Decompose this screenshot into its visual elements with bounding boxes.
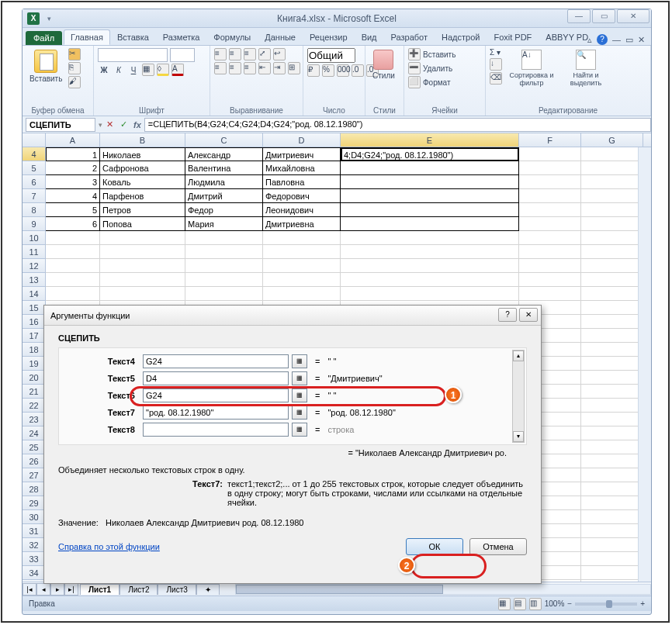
clear-icon[interactable]: ⌫ <box>490 72 502 85</box>
cell[interactable] <box>581 189 643 203</box>
row-header[interactable]: 8 <box>23 203 46 217</box>
align-center-icon[interactable]: ≡ <box>229 62 241 74</box>
sheet-nav-prev[interactable]: ◂ <box>36 583 50 596</box>
sheet-nav-first[interactable]: |◂ <box>23 583 36 596</box>
cell[interactable]: Федорович <box>263 189 341 203</box>
cell[interactable] <box>46 259 100 273</box>
formula-input[interactable]: =СЦЕПИТЬ(B4;G24;C4;G24;D4;G24;"род. 08.1… <box>144 118 651 132</box>
arg-input[interactable] <box>143 354 289 368</box>
cell[interactable] <box>519 217 581 231</box>
currency-icon[interactable]: ₽ <box>307 64 320 77</box>
autosum-icon[interactable]: Σ <box>490 48 494 57</box>
row-header[interactable]: 16 <box>23 315 46 329</box>
zoom-in-button[interactable]: + <box>640 599 645 608</box>
cell[interactable] <box>581 273 643 287</box>
arg-input[interactable] <box>143 406 289 420</box>
row-header[interactable]: 32 <box>23 538 46 552</box>
cell[interactable]: Петров <box>100 203 185 217</box>
cell[interactable]: 4;D4;G24;"род. 08.12.1980") <box>341 147 519 161</box>
dialog-help-button[interactable]: ? <box>498 308 517 322</box>
row-header[interactable]: 7 <box>23 189 46 203</box>
row-header[interactable]: 31 <box>23 524 46 538</box>
ok-button[interactable]: ОК <box>406 538 463 555</box>
sheet-nav-next[interactable]: ▸ <box>50 583 64 596</box>
arg-input[interactable] <box>143 388 289 402</box>
col-header-b[interactable]: B <box>100 133 185 147</box>
cell[interactable] <box>341 161 519 175</box>
range-select-button[interactable]: ▦ <box>292 354 307 368</box>
fx-icon[interactable]: fx <box>133 120 141 129</box>
indent-inc-icon[interactable]: ⇥ <box>273 62 286 74</box>
horizontal-scrollbar[interactable] <box>235 584 651 595</box>
bold-button[interactable]: Ж <box>98 66 110 74</box>
view-normal-icon[interactable]: ▦ <box>498 598 511 610</box>
format-painter-icon[interactable]: 🖌 <box>68 76 81 88</box>
merge-icon[interactable]: ⊞ <box>288 62 300 74</box>
row-header[interactable]: 12 <box>23 259 46 273</box>
row-header[interactable]: 29 <box>23 496 46 510</box>
range-select-button[interactable]: ▦ <box>292 388 307 402</box>
cell[interactable] <box>519 231 581 245</box>
cell[interactable]: Коваль <box>100 175 185 189</box>
cell[interactable] <box>46 287 100 301</box>
row-header[interactable]: 30 <box>23 510 46 524</box>
align-left-icon[interactable]: ≡ <box>214 62 227 74</box>
cell[interactable] <box>581 413 643 426</box>
delete-cells-icon[interactable]: ➖ <box>408 62 421 74</box>
minimize-button[interactable]: — <box>567 9 591 23</box>
cell[interactable]: 3 <box>46 175 100 189</box>
cell[interactable]: 2 <box>46 161 100 175</box>
cell[interactable] <box>341 287 519 301</box>
ribbon-minimize-icon[interactable]: ▵ <box>587 35 592 45</box>
col-header-f[interactable]: F <box>519 133 581 147</box>
number-format-dropdown[interactable] <box>307 48 355 63</box>
cut-icon[interactable]: ✂ <box>68 48 81 60</box>
tab-review[interactable]: Рецензир <box>303 29 355 45</box>
row-header[interactable]: 23 <box>23 413 46 426</box>
cell[interactable] <box>341 259 519 273</box>
styles-button[interactable]: Стили <box>369 48 398 81</box>
cell[interactable]: Дмитриевна <box>263 217 341 231</box>
cell[interactable] <box>581 357 643 371</box>
font-color-button[interactable]: A <box>171 64 184 76</box>
cell[interactable] <box>519 147 581 161</box>
find-select-button[interactable]: 🔍 Найти и выделить <box>561 48 611 88</box>
row-header[interactable]: 28 <box>23 482 46 496</box>
cell[interactable] <box>185 287 263 301</box>
row-header[interactable]: 9 <box>23 217 46 231</box>
fill-color-button[interactable]: ◊ <box>157 64 169 76</box>
cell[interactable] <box>581 510 643 524</box>
cell[interactable] <box>581 245 643 259</box>
arg-input[interactable] <box>143 371 289 385</box>
col-header-g[interactable]: G <box>581 133 643 147</box>
paste-button[interactable]: Вставить <box>26 48 65 85</box>
name-box[interactable] <box>26 118 95 132</box>
cell[interactable] <box>581 440 643 454</box>
cell[interactable] <box>519 161 581 175</box>
ribbon-win-restore[interactable]: ▭ <box>625 35 633 45</box>
cell[interactable] <box>581 287 643 301</box>
ribbon-win-close[interactable]: ✕ <box>638 35 645 45</box>
cell[interactable]: Александр <box>185 147 263 161</box>
row-header[interactable]: 33 <box>23 552 46 566</box>
row-header[interactable]: 18 <box>23 343 46 357</box>
zoom-slider[interactable] <box>575 603 637 606</box>
row-header[interactable]: 5 <box>23 161 46 175</box>
indent-dec-icon[interactable]: ⇤ <box>258 62 271 74</box>
row-header[interactable]: 25 <box>23 440 46 454</box>
cell[interactable] <box>581 454 643 468</box>
cell[interactable] <box>581 301 643 315</box>
new-sheet-button[interactable]: ✦ <box>196 584 220 595</box>
cell[interactable] <box>581 426 643 440</box>
row-header[interactable]: 21 <box>23 385 46 399</box>
qat-dropdown-icon[interactable]: ▾ <box>47 15 51 22</box>
view-break-icon[interactable]: ▥ <box>529 598 542 610</box>
cell[interactable] <box>100 231 185 245</box>
tab-layout[interactable]: Разметка <box>156 29 207 45</box>
cell[interactable] <box>341 203 519 217</box>
cell[interactable] <box>581 524 643 538</box>
cell[interactable]: Федор <box>185 203 263 217</box>
row-header[interactable]: 11 <box>23 245 46 259</box>
tab-home[interactable]: Главная <box>64 29 110 45</box>
cell[interactable] <box>263 231 341 245</box>
